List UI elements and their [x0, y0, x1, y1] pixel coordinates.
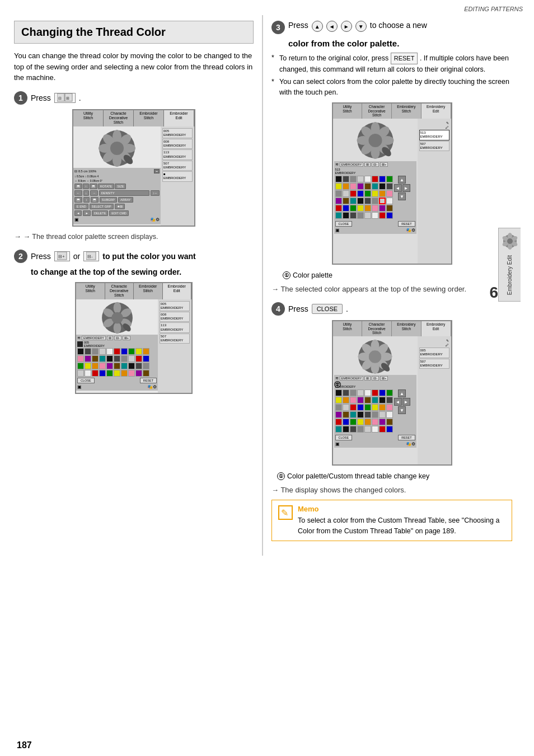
flower-svg-2: [99, 301, 135, 335]
close-btn-3[interactable]: CLOSE: [335, 221, 353, 227]
nav-down[interactable]: ▼: [355, 21, 367, 32]
step-4-block: 4 Press CLOSE . UtilityStitch CharacterD…: [271, 302, 512, 542]
step-2-or: or: [73, 252, 80, 261]
svg-point-13: [110, 142, 124, 155]
step-3-press: Press: [288, 21, 308, 30]
intro-text: You can change the thread color by movin…: [14, 50, 254, 83]
step-1-press-label: Press: [31, 93, 51, 102]
nav-up-4[interactable]: ▲: [398, 389, 406, 397]
sidebar-embroidery-tab[interactable]: Embroidery Edit: [498, 228, 521, 302]
bullet-2: You can select colors from the color pal…: [271, 77, 512, 98]
nav-right[interactable]: ►: [341, 21, 352, 32]
step-4-press: Press: [288, 304, 308, 313]
screen-main-1: ⊟ 8.5 cm 100% ▪▪ ↕ 8.5cm ↕ 0.08cm 4 ↔ 8.…: [73, 126, 161, 226]
svg-point-23: [113, 322, 121, 334]
side-item-1: 005EMBROIDERY: [162, 128, 193, 138]
svg-text:⊟-: ⊟-: [87, 254, 93, 259]
right-column: 3 Press ▲ ◄ ► ▼ to choose a new color fr…: [263, 15, 521, 556]
memo-icon: ✎: [278, 505, 293, 537]
palette-lower-controls: ≋ EMBROIDERY ⊞ ⊟- ⊞+ 513EMBROIDERY: [334, 161, 416, 234]
callout-1-label-4: Color palette/Custom thread table change…: [287, 472, 429, 480]
reset-key[interactable]: RESET: [391, 53, 418, 64]
nav-left[interactable]: ◄: [326, 21, 338, 32]
step-1-circle: 1: [14, 91, 27, 105]
sidebar-tab-label: Embroidery Edit: [507, 255, 513, 295]
left-column: Changing the Thread Color You can change…: [6, 15, 263, 556]
step-1-header: 1 Press ⊟ ⊞ .: [14, 91, 254, 105]
flower-svg-4: [355, 339, 395, 375]
svg-text:✎: ✎: [281, 508, 288, 518]
embroidery-icon: [501, 233, 518, 253]
palette-main: ≋ EMBROIDERY ⊞ ⊟- ⊞+ 513EMBROIDERY: [333, 119, 418, 264]
reset-btn-3[interactable]: RESET: [398, 221, 415, 227]
palette-flower: [354, 121, 396, 160]
callout-1-label: Color palette: [293, 271, 332, 279]
step-4-arrow: → The display shows the changed colors.: [271, 486, 512, 494]
chapter-number: 6: [489, 284, 498, 302]
screen-main-4: ① ≋ EMBROIDERY ⊞ ⊟- ⊞+: [333, 336, 418, 464]
color-palette-screen: UtilityStitch CharacterDecorativeStitch …: [332, 102, 452, 265]
side-item-2: 008EMBROIDERY: [162, 139, 193, 149]
nav-right-4[interactable]: ►: [402, 398, 410, 406]
color-grid-3: [335, 176, 393, 219]
header-text: EDITING PATTERNS: [464, 6, 523, 12]
nav-arrows-3: ▲ ◄ ► ▼: [394, 176, 410, 219]
step-2-block: 2 Press ⊟+ or ⊟- to put the color you wa…: [14, 250, 254, 394]
screen-side-panel-1: 005EMBROIDERY 008EMBROIDERY 113EMBROIDER…: [161, 126, 194, 226]
side-item-5: ■EMBROIDERY: [162, 171, 193, 181]
nav-up-3[interactable]: ▲: [398, 176, 406, 184]
screen-mockup-2: UtilityStitch CharacteDecorativeStitch E…: [75, 282, 193, 394]
step-2-circle: 2: [14, 250, 27, 263]
callout-1-circle-4: ①: [277, 472, 285, 480]
callout-circle-4: ①: [334, 381, 341, 388]
nav-up[interactable]: ▲: [312, 21, 323, 32]
nav-down-4[interactable]: ▼: [398, 406, 406, 414]
page-number: 187: [17, 740, 32, 750]
step-1-arrow: → → The thread color palette screen disp…: [14, 232, 254, 241]
step-3-bullets: To return to the original color, press R…: [271, 53, 512, 98]
screen-4-controls: ≋ EMBROIDERY ⊞ ⊟- ⊞+ 008EMBROIDERY: [334, 375, 416, 448]
tab-utility: UtilityStitch: [73, 110, 104, 126]
step-3-bold: color from the color palette.: [271, 39, 512, 48]
nav-right-3[interactable]: ►: [402, 184, 410, 192]
nav-down-3[interactable]: ▼: [398, 192, 406, 200]
step-2-suffix: to put the color you want: [102, 252, 195, 261]
svg-point-20: [113, 302, 121, 313]
step-2-header: 2 Press ⊟+ or ⊟- to put the color you wa…: [14, 250, 254, 263]
step-4-circle: 4: [271, 302, 285, 316]
memo-title: Memo: [298, 505, 506, 513]
svg-text:⊞: ⊞: [66, 96, 69, 100]
screen-mockup-1: UtilityStitch CharacteDecorativeStitch E…: [72, 109, 195, 227]
step-1-key[interactable]: ⊟ ⊞: [54, 93, 76, 103]
step-3-suffix: to choose a new: [370, 21, 427, 30]
palette-controls-2: ≋ EMBROIDERY ⊞ ⊟- ⊞+ 005EMBROIDERY: [76, 335, 158, 391]
svg-point-59: [507, 238, 513, 244]
step-2-key1[interactable]: ⊟+: [54, 251, 70, 261]
svg-point-26: [111, 312, 123, 323]
svg-point-48: [369, 350, 381, 363]
tab-embr: EmbroiderStitch: [134, 110, 164, 126]
step-3-arrow: → The selected color appears at the top …: [271, 285, 512, 293]
nav-left-4[interactable]: ◄: [394, 398, 402, 406]
bullet-1: To return to the original color, press R…: [271, 53, 512, 74]
step-2-key2[interactable]: ⊟-: [83, 251, 99, 261]
svg-text:⊟+: ⊟+: [58, 254, 65, 259]
step-2-suffix2: to change at the top of the sewing order…: [31, 267, 181, 276]
step-3-header: 3 Press ▲ ◄ ► ▼ to choose a new: [271, 21, 512, 34]
svg-text:⊟: ⊟: [58, 96, 62, 100]
tab-char: CharacteDecorativeStitch: [104, 110, 134, 126]
memo-content: Memo To select a color from the Custom T…: [298, 505, 506, 537]
nav-left-3[interactable]: ◄: [394, 184, 402, 192]
close-key-4[interactable]: CLOSE: [312, 304, 343, 314]
color-grid-4: [335, 389, 393, 433]
callout-marker-4: ①: [334, 381, 341, 388]
step-3-block: 3 Press ▲ ◄ ► ▼ to choose a new color fr…: [271, 21, 512, 293]
tab-edit: EmbroiderEdit: [164, 110, 194, 126]
color-grid-2: [77, 348, 157, 377]
nav-arrows-4: ▲ ◄ ► ▼: [394, 389, 410, 433]
screen-main-2: ≋ EMBROIDERY ⊞ ⊟- ⊞+ 005EMBROIDERY: [76, 299, 158, 393]
reset-btn-4[interactable]: RESET: [398, 435, 415, 440]
step-1-suffix: .: [79, 93, 81, 102]
close-btn-4[interactable]: CLOSE: [335, 435, 353, 440]
step-4-suffix: .: [346, 304, 348, 313]
